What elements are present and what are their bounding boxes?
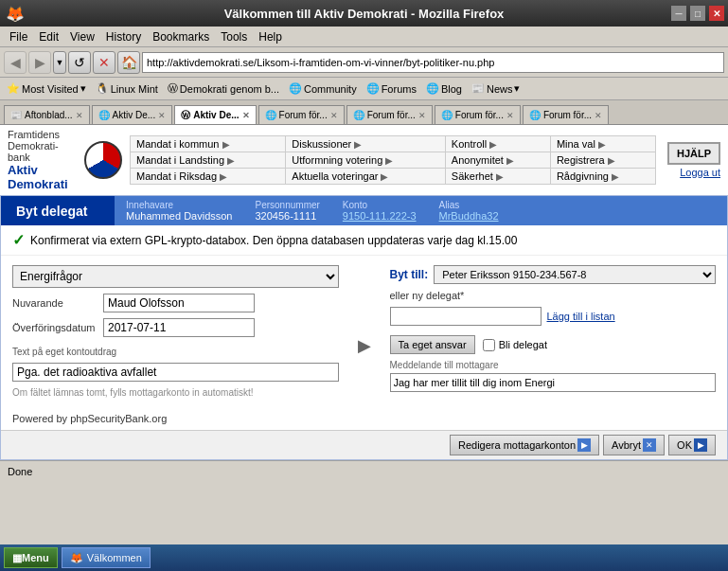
forward-button[interactable]: ▶	[28, 51, 51, 74]
form-right: Byt till: Peter Eriksson 9150-234.567-8 …	[390, 265, 717, 398]
nav-anonymitet[interactable]: Anonymitet ▶	[445, 152, 550, 169]
overforingsdatum-row: Överföringsdatum	[12, 318, 339, 337]
bookmark-forums[interactable]: 🌐 Forums	[364, 81, 419, 96]
back-button[interactable]: ◀	[4, 51, 27, 74]
personnummer-info: Personnummer 320456-1111	[256, 200, 320, 222]
nav-radgivning[interactable]: Rådgivning ▶	[550, 169, 655, 185]
ok-button[interactable]: OK ▶	[668, 435, 716, 455]
bookmark-demokrati[interactable]: Ⓦ Demokrati genom b...	[165, 80, 282, 97]
nav-sakerhet[interactable]: Säkerhet ▶	[445, 169, 550, 185]
avbryt-button[interactable]: Avbryt ✕	[603, 435, 665, 455]
bookmark-news[interactable]: 📰 News ▾	[469, 81, 524, 96]
maximize-btn[interactable]: □	[690, 6, 705, 21]
tab-forum4[interactable]: 🌐 Forum för... ✕	[523, 105, 609, 124]
meddelande-input[interactable]	[390, 373, 717, 392]
tab-aktiv2-close[interactable]: ✕	[242, 111, 250, 120]
tab-forum3[interactable]: 🌐 Forum för... ✕	[435, 105, 521, 124]
ny-delegat-input[interactable]	[390, 307, 542, 326]
tab-forum3-close[interactable]: ✕	[506, 111, 514, 120]
tab-forum4-label: Forum för...	[543, 110, 592, 120]
logo-circle	[84, 141, 122, 179]
menu-file[interactable]: File	[4, 29, 33, 45]
firefox-icon: 🦊	[6, 5, 25, 23]
tab-aktiv1[interactable]: 🌐 Aktiv De... ✕	[92, 105, 173, 124]
innehavare-label: Innehavare	[126, 200, 233, 210]
reload-button[interactable]: ↺	[68, 51, 91, 74]
eller-input-row: Lägg till i listan	[390, 307, 717, 326]
text-hint: Om fältet lämnas tomt, fylls mottagarkon…	[12, 387, 339, 398]
personnummer-value: 320456-1111	[256, 210, 320, 222]
nav-aktuella[interactable]: Aktuella voteringar ▶	[286, 169, 446, 185]
taskbar-firefox-item[interactable]: 🦊 Välkommen	[62, 547, 151, 568]
bookmark-most-visited[interactable]: ⭐ Most Visited ▾	[4, 81, 89, 96]
category-select[interactable]: Energifrågor	[12, 265, 339, 288]
redigera-button[interactable]: Redigera mottagarkonton ▶	[450, 435, 599, 455]
tab-forum2-close[interactable]: ✕	[418, 111, 426, 120]
overforingsdatum-input[interactable]	[103, 318, 255, 337]
bookmark-blog[interactable]: 🌐 Blog	[423, 81, 465, 96]
text-input[interactable]	[12, 363, 339, 382]
byt-delegat-section: Byt delegat Innehavare Muhammed Davidsso…	[0, 195, 728, 460]
tab-aktiv1-close[interactable]: ✕	[158, 111, 166, 120]
tab-forum2[interactable]: 🌐 Forum för... ✕	[346, 105, 433, 124]
ta-eget-button[interactable]: Ta eget ansvar	[390, 335, 475, 354]
news-label: News	[487, 83, 513, 95]
address-bar[interactable]	[142, 52, 724, 73]
konto-link[interactable]: 9150-111.222-3	[343, 210, 417, 222]
bli-delegat-checkbox[interactable]	[483, 339, 495, 351]
menu-edit[interactable]: Edit	[33, 29, 64, 45]
bli-delegat-row: Bli delegat	[483, 339, 547, 351]
eller-label: eller ny delegat*	[390, 290, 717, 301]
meddelande-label: Meddelande till mottagare	[390, 360, 717, 370]
minimize-btn[interactable]: ─	[671, 6, 686, 21]
tab-forum4-close[interactable]: ✕	[595, 111, 602, 120]
nav-mandat-riksdag[interactable]: Mandat i Riksdag ▶	[131, 169, 286, 185]
tab-aftonblad[interactable]: 📰 Aftonblad... ✕	[4, 105, 90, 124]
nav-mandat-kommun[interactable]: Mandat i kommun ▶	[131, 136, 286, 152]
nav-diskussioner[interactable]: Diskussioner ▶	[286, 136, 446, 152]
forums-icon: 🌐	[366, 82, 380, 95]
nav-registrera[interactable]: Registrera ▶	[550, 152, 655, 169]
menu-history[interactable]: History	[100, 29, 147, 45]
menu-view[interactable]: View	[64, 29, 100, 45]
confirmation-bar: ✓ Konfirmerat via extern GPL-krypto-data…	[1, 225, 727, 256]
community-label: Community	[304, 83, 357, 95]
nuvarande-input[interactable]	[103, 294, 255, 312]
status-text: Done	[8, 466, 32, 477]
confirmation-text: Konfirmerat via extern GPL-krypto-databo…	[30, 234, 517, 247]
tab-forum1-label: Forum för...	[279, 110, 328, 120]
check-icon: ✓	[12, 231, 25, 249]
nav-kontroll[interactable]: Kontroll ▶	[445, 136, 550, 152]
action-bar: Redigera mottagarkonton ▶ Avbryt ✕ OK ▶	[1, 430, 727, 459]
menu-bookmarks[interactable]: Bookmarks	[147, 29, 215, 45]
nav-mandat-landsting[interactable]: Mandat i Landsting ▶	[131, 152, 286, 169]
back-dropdown[interactable]: ▼	[53, 51, 66, 74]
stop-button[interactable]: ✕	[93, 51, 115, 74]
close-btn[interactable]: ✕	[709, 6, 724, 21]
logo-line2: Demokrati-bank	[8, 140, 77, 163]
help-button[interactable]: HJÄLP	[667, 142, 720, 165]
nav-bar: ◀ ▶ ▼ ↺ ✕ 🏠	[0, 47, 728, 78]
taskbar-firefox-icon: 🦊	[70, 552, 83, 564]
tab-forum1[interactable]: 🌐 Forum för... ✕	[258, 105, 345, 124]
title-bar: 🦊 Välkommen till Aktiv Demokrati - Mozil…	[0, 0, 728, 27]
menu-help[interactable]: Help	[253, 29, 288, 45]
tab-forum3-icon: 🌐	[441, 110, 453, 120]
tab-forum1-close[interactable]: ✕	[330, 111, 338, 120]
logout-link[interactable]: Logga ut	[667, 167, 720, 178]
menu-icon: ▦	[12, 552, 22, 564]
tab-aftonblad-close[interactable]: ✕	[76, 111, 83, 120]
byt-till-select[interactable]: Peter Eriksson 9150-234.567-8	[434, 265, 716, 284]
start-button[interactable]: ▦ Menu	[4, 547, 58, 568]
bookmark-community[interactable]: 🌐 Community	[286, 81, 360, 96]
lagg-till-link[interactable]: Lägg till i listan	[547, 311, 615, 322]
taskbar: ▦ Menu 🦊 Välkommen	[0, 544, 728, 571]
nav-mina-val[interactable]: Mina val ▶	[550, 136, 655, 152]
bookmark-linux-mint[interactable]: 🐧 Linux Mint	[93, 81, 161, 96]
alias-link[interactable]: MrBuddha32	[439, 210, 499, 222]
menu-tools[interactable]: Tools	[215, 29, 253, 45]
help-logout-area: HJÄLP Logga ut	[667, 142, 720, 178]
nav-utformning[interactable]: Utformning votering ▶	[286, 152, 446, 169]
tab-aktiv2[interactable]: Ⓦ Aktiv De... ✕	[174, 105, 256, 124]
home-button[interactable]: 🏠	[117, 51, 140, 74]
